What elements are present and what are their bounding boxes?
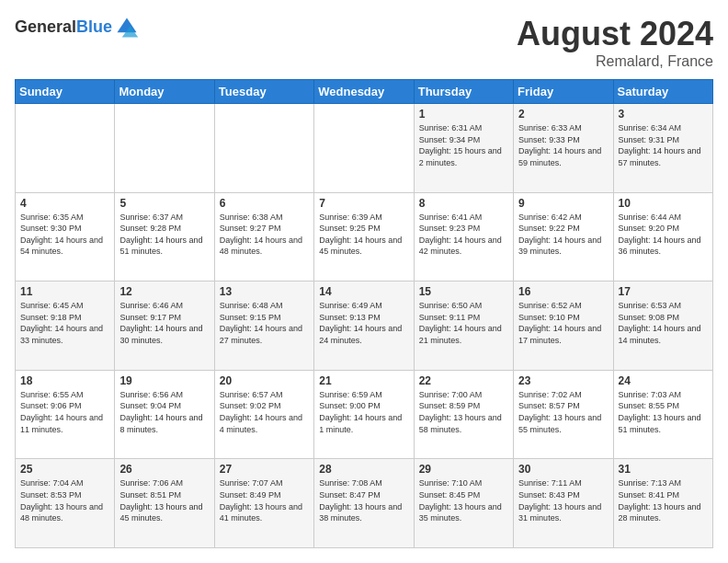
table-row: 7Sunrise: 6:39 AMSunset: 9:25 PMDaylight… xyxy=(314,192,414,282)
day-number: 1 xyxy=(419,108,508,121)
day-info: Sunrise: 7:08 AMSunset: 8:47 PMDaylight:… xyxy=(319,477,408,523)
day-number: 20 xyxy=(220,374,309,387)
day-number: 10 xyxy=(619,197,708,210)
table-row: 5Sunrise: 6:37 AMSunset: 9:28 PMDaylight… xyxy=(115,192,214,282)
day-info: Sunrise: 7:07 AMSunset: 8:49 PMDaylight:… xyxy=(220,477,309,523)
table-row: 23Sunrise: 7:02 AMSunset: 8:57 PMDayligh… xyxy=(514,370,613,459)
calendar-week-row: 1Sunrise: 6:31 AMSunset: 9:34 PMDaylight… xyxy=(16,104,713,193)
day-number: 31 xyxy=(619,463,708,476)
table-row: 15Sunrise: 6:50 AMSunset: 9:11 PMDayligh… xyxy=(414,282,513,371)
day-number: 25 xyxy=(20,463,109,476)
calendar-week-row: 18Sunrise: 6:55 AMSunset: 9:06 PMDayligh… xyxy=(16,370,713,459)
day-info: Sunrise: 7:10 AMSunset: 8:45 PMDaylight:… xyxy=(419,477,508,523)
day-number: 7 xyxy=(319,197,408,210)
day-info: Sunrise: 7:13 AMSunset: 8:41 PMDaylight:… xyxy=(619,477,708,523)
day-number: 9 xyxy=(518,197,608,210)
day-number: 14 xyxy=(319,285,408,298)
logo-icon xyxy=(114,15,140,40)
logo-text: GeneralBlue xyxy=(15,18,112,37)
header: GeneralBlue August 2024 Remalard, France xyxy=(15,15,713,70)
day-number: 19 xyxy=(119,374,209,387)
col-sunday: Sunday xyxy=(16,80,115,104)
table-row: 13Sunrise: 6:48 AMSunset: 9:15 PMDayligh… xyxy=(214,282,313,371)
table-row: 6Sunrise: 6:38 AMSunset: 9:27 PMDaylight… xyxy=(214,192,313,282)
table-row: 27Sunrise: 7:07 AMSunset: 8:49 PMDayligh… xyxy=(214,459,313,548)
day-number: 29 xyxy=(419,463,508,476)
day-number: 28 xyxy=(319,463,408,476)
day-number: 22 xyxy=(419,374,508,387)
day-info: Sunrise: 6:59 AMSunset: 9:00 PMDaylight:… xyxy=(319,389,408,435)
table-row: 10Sunrise: 6:44 AMSunset: 9:20 PMDayligh… xyxy=(613,192,712,282)
table-row: 17Sunrise: 6:53 AMSunset: 9:08 PMDayligh… xyxy=(613,282,712,371)
logo: GeneralBlue xyxy=(15,15,140,40)
day-info: Sunrise: 6:38 AMSunset: 9:27 PMDaylight:… xyxy=(220,212,309,258)
col-wednesday: Wednesday xyxy=(314,80,414,104)
day-info: Sunrise: 6:46 AMSunset: 9:17 PMDaylight:… xyxy=(119,300,209,346)
day-info: Sunrise: 6:56 AMSunset: 9:04 PMDaylight:… xyxy=(119,389,209,435)
day-info: Sunrise: 6:41 AMSunset: 9:23 PMDaylight:… xyxy=(419,212,508,258)
day-number: 12 xyxy=(119,285,209,298)
day-info: Sunrise: 6:53 AMSunset: 9:08 PMDaylight:… xyxy=(619,300,708,346)
day-number: 2 xyxy=(518,108,608,121)
table-row: 18Sunrise: 6:55 AMSunset: 9:06 PMDayligh… xyxy=(16,370,115,459)
table-row: 21Sunrise: 6:59 AMSunset: 9:00 PMDayligh… xyxy=(314,370,414,459)
day-info: Sunrise: 7:00 AMSunset: 8:59 PMDaylight:… xyxy=(419,389,508,435)
col-friday: Friday xyxy=(514,80,613,104)
table-row: 8Sunrise: 6:41 AMSunset: 9:23 PMDaylight… xyxy=(414,192,513,282)
day-info: Sunrise: 6:52 AMSunset: 9:10 PMDaylight:… xyxy=(518,300,608,346)
day-number: 5 xyxy=(119,197,209,210)
day-info: Sunrise: 6:31 AMSunset: 9:34 PMDaylight:… xyxy=(419,122,508,168)
day-number: 24 xyxy=(619,374,708,387)
col-monday: Monday xyxy=(115,80,214,104)
day-info: Sunrise: 6:37 AMSunset: 9:28 PMDaylight:… xyxy=(119,212,209,258)
day-info: Sunrise: 6:44 AMSunset: 9:20 PMDaylight:… xyxy=(619,212,708,258)
day-info: Sunrise: 7:11 AMSunset: 8:43 PMDaylight:… xyxy=(518,477,608,523)
day-info: Sunrise: 6:35 AMSunset: 9:30 PMDaylight:… xyxy=(20,212,109,258)
table-row: 25Sunrise: 7:04 AMSunset: 8:53 PMDayligh… xyxy=(16,459,115,548)
table-row xyxy=(214,104,313,193)
table-row: 1Sunrise: 6:31 AMSunset: 9:34 PMDaylight… xyxy=(414,104,513,193)
day-number: 23 xyxy=(518,374,608,387)
table-row: 31Sunrise: 7:13 AMSunset: 8:41 PMDayligh… xyxy=(613,459,712,548)
calendar-header-row: Sunday Monday Tuesday Wednesday Thursday… xyxy=(16,80,713,104)
table-row: 30Sunrise: 7:11 AMSunset: 8:43 PMDayligh… xyxy=(514,459,613,548)
day-number: 26 xyxy=(119,463,209,476)
main-title: August 2024 xyxy=(517,15,713,53)
table-row: 2Sunrise: 6:33 AMSunset: 9:33 PMDaylight… xyxy=(514,104,613,193)
day-info: Sunrise: 6:48 AMSunset: 9:15 PMDaylight:… xyxy=(220,300,309,346)
col-saturday: Saturday xyxy=(613,80,712,104)
table-row: 20Sunrise: 6:57 AMSunset: 9:02 PMDayligh… xyxy=(214,370,313,459)
calendar-week-row: 4Sunrise: 6:35 AMSunset: 9:30 PMDaylight… xyxy=(16,192,713,282)
calendar-table: Sunday Monday Tuesday Wednesday Thursday… xyxy=(15,79,713,548)
day-number: 17 xyxy=(619,285,708,298)
day-info: Sunrise: 7:04 AMSunset: 8:53 PMDaylight:… xyxy=(20,477,109,523)
day-number: 4 xyxy=(20,197,109,210)
day-number: 18 xyxy=(20,374,109,387)
day-number: 15 xyxy=(419,285,508,298)
table-row: 12Sunrise: 6:46 AMSunset: 9:17 PMDayligh… xyxy=(115,282,214,371)
day-number: 3 xyxy=(619,108,708,121)
calendar-week-row: 25Sunrise: 7:04 AMSunset: 8:53 PMDayligh… xyxy=(16,459,713,548)
col-tuesday: Tuesday xyxy=(214,80,313,104)
day-info: Sunrise: 6:57 AMSunset: 9:02 PMDaylight:… xyxy=(220,389,309,435)
col-thursday: Thursday xyxy=(414,80,513,104)
table-row: 28Sunrise: 7:08 AMSunset: 8:47 PMDayligh… xyxy=(314,459,414,548)
table-row: 29Sunrise: 7:10 AMSunset: 8:45 PMDayligh… xyxy=(414,459,513,548)
day-info: Sunrise: 6:55 AMSunset: 9:06 PMDaylight:… xyxy=(20,389,109,435)
table-row xyxy=(16,104,115,193)
table-row: 19Sunrise: 6:56 AMSunset: 9:04 PMDayligh… xyxy=(115,370,214,459)
table-row: 26Sunrise: 7:06 AMSunset: 8:51 PMDayligh… xyxy=(115,459,214,548)
day-number: 11 xyxy=(20,285,109,298)
day-info: Sunrise: 6:34 AMSunset: 9:31 PMDaylight:… xyxy=(619,122,708,168)
day-info: Sunrise: 6:45 AMSunset: 9:18 PMDaylight:… xyxy=(20,300,109,346)
day-info: Sunrise: 7:02 AMSunset: 8:57 PMDaylight:… xyxy=(518,389,608,435)
table-row: 11Sunrise: 6:45 AMSunset: 9:18 PMDayligh… xyxy=(16,282,115,371)
svg-marker-0 xyxy=(118,18,137,33)
day-info: Sunrise: 6:33 AMSunset: 9:33 PMDaylight:… xyxy=(518,122,608,168)
table-row: 16Sunrise: 6:52 AMSunset: 9:10 PMDayligh… xyxy=(514,282,613,371)
table-row: 4Sunrise: 6:35 AMSunset: 9:30 PMDaylight… xyxy=(16,192,115,282)
day-info: Sunrise: 7:06 AMSunset: 8:51 PMDaylight:… xyxy=(119,477,209,523)
table-row: 24Sunrise: 7:03 AMSunset: 8:55 PMDayligh… xyxy=(613,370,712,459)
day-number: 6 xyxy=(220,197,309,210)
table-row: 9Sunrise: 6:42 AMSunset: 9:22 PMDaylight… xyxy=(514,192,613,282)
